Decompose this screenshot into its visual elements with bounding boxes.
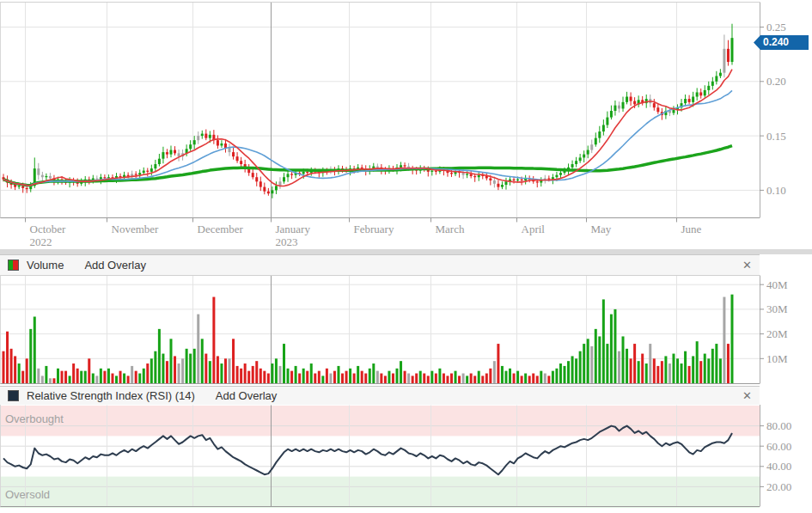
rsi-tick-label: 60.00 bbox=[766, 440, 791, 453]
volume-legend-icon bbox=[8, 260, 19, 271]
volume-plot[interactable] bbox=[0, 276, 760, 383]
volume-close-button[interactable]: ✕ bbox=[742, 260, 752, 271]
month-label: March bbox=[436, 223, 465, 235]
price-tick-label: 0.25 bbox=[766, 21, 786, 34]
rsi-add-overlay-button[interactable]: Add Overlay bbox=[216, 389, 278, 402]
rsi-tick-label: 20.00 bbox=[766, 480, 791, 493]
month-label: October2022 bbox=[30, 223, 67, 248]
month-label: January2023 bbox=[276, 223, 311, 248]
rsi-close-button[interactable]: ✕ bbox=[742, 390, 752, 401]
rsi-panel-header: Relative Strength Index (RSI) (14) Add O… bbox=[0, 386, 760, 405]
last-price-tag: 0.240 bbox=[754, 35, 809, 50]
month-label: February bbox=[354, 223, 394, 235]
rsi-tick-label: 40.00 bbox=[766, 460, 791, 473]
price-tick-label: 0.15 bbox=[766, 130, 786, 143]
month-label: May bbox=[591, 223, 612, 235]
rsi-plot[interactable] bbox=[0, 405, 760, 507]
volume-add-overlay-button[interactable]: Add Overlay bbox=[84, 259, 146, 272]
rsi-panel-title: Relative Strength Index (RSI) (14) bbox=[27, 389, 195, 402]
price-chart-plot[interactable] bbox=[0, 3, 760, 217]
volume-panel-header: Volume Add Overlay ✕ bbox=[0, 254, 760, 275]
month-label: June bbox=[681, 223, 702, 235]
volume-tick-label: 10M bbox=[766, 352, 788, 365]
stock-chart-app: 0.250.200.150.1040M30M20M10M80.0060.0040… bbox=[0, 0, 812, 513]
rsi-legend-icon bbox=[8, 390, 19, 401]
price-tick-label: 0.10 bbox=[766, 184, 786, 197]
volume-tick-label: 20M bbox=[766, 327, 788, 340]
month-label: November bbox=[112, 223, 160, 235]
month-label: April bbox=[522, 223, 546, 235]
volume-tick-label: 30M bbox=[766, 302, 788, 315]
price-tick-label: 0.20 bbox=[766, 75, 786, 88]
volume-panel-title: Volume bbox=[27, 259, 64, 272]
rsi-tick-label: 80.00 bbox=[766, 419, 791, 432]
volume-tick-label: 40M bbox=[766, 278, 788, 291]
month-label: December bbox=[198, 223, 244, 235]
